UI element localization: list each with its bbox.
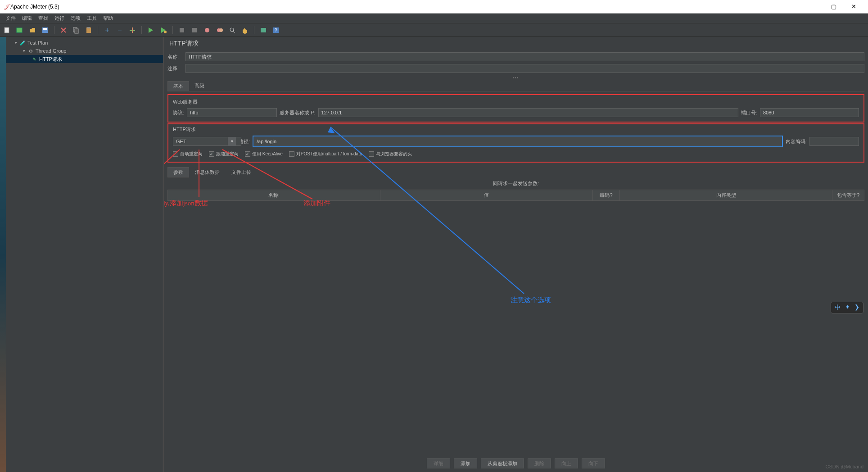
- protocol-input[interactable]: [187, 108, 277, 117]
- svg-rect-3: [43, 28, 47, 30]
- float-tool-3[interactable]: ❯: [854, 304, 859, 312]
- host-label: 服务器名称或IP:: [280, 109, 315, 116]
- name-label: 名称:: [167, 54, 183, 60]
- cb-label: 与浏览器兼容的头: [376, 151, 412, 157]
- new-icon[interactable]: [3, 26, 12, 35]
- float-tool-2[interactable]: ✦: [845, 304, 850, 312]
- stop-icon[interactable]: [177, 26, 186, 35]
- detail-button[interactable]: 详细: [427, 458, 450, 468]
- menu-edit[interactable]: 编辑: [19, 15, 35, 22]
- web-legend: Web服务器: [173, 99, 859, 105]
- shutdown-icon[interactable]: [190, 26, 199, 35]
- delete-button[interactable]: 删除: [528, 458, 551, 468]
- menu-file[interactable]: 文件: [3, 15, 19, 22]
- up-button[interactable]: 向上: [555, 458, 578, 468]
- col-encode: 编码?: [593, 190, 620, 200]
- floating-toolbar[interactable]: 中 ✦ ❯: [831, 302, 863, 313]
- caret-icon: ▾: [15, 41, 19, 45]
- cut-icon[interactable]: [59, 26, 68, 35]
- tree-thread-group[interactable]: ▾ ⚙ Thread Group: [6, 47, 163, 55]
- window-title: Apache JMeter (5.3): [10, 4, 804, 10]
- start-no-timers-icon[interactable]: [159, 26, 168, 35]
- grid-caption: 同请求一起发送参数:: [167, 177, 864, 190]
- svg-point-14: [230, 28, 234, 32]
- panel-title: HTTP请求: [167, 37, 864, 52]
- templates-icon[interactable]: [15, 26, 24, 35]
- float-tool-1[interactable]: 中: [835, 304, 841, 312]
- open-icon[interactable]: [28, 26, 37, 35]
- tab-basic[interactable]: 基本: [167, 81, 189, 91]
- name-input[interactable]: [185, 52, 864, 61]
- down-button[interactable]: 向下: [582, 458, 605, 468]
- svg-rect-9: [180, 28, 184, 32]
- enc-input[interactable]: [809, 137, 859, 146]
- search-icon[interactable]: [228, 26, 237, 35]
- protocol-label: 协议:: [173, 109, 184, 116]
- tab-advanced[interactable]: 高级: [189, 81, 210, 91]
- paste-icon[interactable]: [84, 26, 93, 35]
- cb-label: 对POST使用multipart / form-data: [296, 151, 362, 157]
- tree-http-request[interactable]: ✎ HTTP请求: [6, 55, 163, 63]
- menu-options[interactable]: 选项: [68, 15, 84, 22]
- function-helper-icon[interactable]: [259, 26, 268, 35]
- cb-follow-redirect[interactable]: ✓: [209, 151, 214, 157]
- host-input[interactable]: [318, 108, 738, 117]
- cb-label: 自动重定向: [180, 151, 203, 157]
- cb-auto-redirect[interactable]: [173, 151, 178, 157]
- gear-icon: ⚙: [27, 48, 34, 54]
- menu-help[interactable]: 帮助: [100, 15, 116, 22]
- menu-tools[interactable]: 工具: [84, 15, 100, 22]
- tab-file-upload[interactable]: 文件上传: [226, 167, 257, 177]
- cb-label: 跟随重定向: [216, 151, 239, 157]
- svg-point-11: [205, 28, 209, 32]
- clear-all-icon[interactable]: [215, 26, 224, 35]
- port-input[interactable]: [760, 108, 859, 117]
- enc-label: 内容编码:: [786, 138, 807, 145]
- tab-body-data[interactable]: 消息体数据: [189, 167, 226, 177]
- app-icon: 𝒥: [5, 3, 8, 10]
- dropdown-icon[interactable]: ▼: [228, 137, 236, 146]
- web-server-group: Web服务器 协议: 服务器名称或IP: 端口号:: [167, 94, 864, 123]
- svg-point-8: [164, 31, 167, 33]
- cb-multipart[interactable]: [289, 151, 294, 157]
- tree-label: HTTP请求: [39, 56, 62, 63]
- copy-icon[interactable]: [72, 26, 81, 35]
- cb-keepalive[interactable]: ✓: [245, 151, 250, 157]
- annot-notice: 注意这个选项: [511, 296, 551, 304]
- maximize-button[interactable]: ▢: [824, 3, 844, 10]
- menubar: 文件 编辑 查找 运行 选项 工具 帮助: [0, 14, 868, 23]
- http-request-group: HTTP请求 ▼ 路径: 内容编码: 自动重定向 ✓跟随重定向: [167, 123, 864, 163]
- clear-icon[interactable]: [203, 26, 212, 35]
- tab-params[interactable]: 参数: [167, 167, 189, 177]
- tree-test-plan[interactable]: ▾ 🧪 Test Plan: [6, 39, 163, 47]
- toggle-icon[interactable]: [128, 26, 137, 35]
- expand-icon[interactable]: +: [103, 26, 112, 35]
- add-button[interactable]: 添加: [454, 458, 477, 468]
- watermark: CSDN @Mcband: [825, 464, 863, 469]
- paste-button[interactable]: 从剪贴板添加: [481, 458, 524, 468]
- close-button[interactable]: ✕: [844, 3, 863, 10]
- flask-icon: 🧪: [19, 40, 26, 46]
- svg-rect-1: [17, 28, 22, 32]
- menu-search[interactable]: 查找: [35, 15, 51, 22]
- cb-label: 使用 KeepAlive: [252, 151, 283, 157]
- titlebar: 𝒥 Apache JMeter (5.3) — ▢ ✕: [0, 0, 868, 14]
- pipette-icon: ✎: [31, 56, 37, 62]
- col-equals: 包含等于?: [832, 190, 864, 200]
- save-icon[interactable]: [41, 26, 50, 35]
- help-icon[interactable]: ?: [271, 26, 280, 35]
- minimize-button[interactable]: —: [804, 3, 824, 10]
- resize-grip[interactable]: ▪▪▪: [167, 76, 864, 80]
- reset-search-icon[interactable]: [240, 26, 249, 35]
- col-name: 名称:: [168, 190, 380, 200]
- tree-label: Thread Group: [36, 48, 66, 54]
- svg-rect-5: [75, 29, 78, 33]
- path-input[interactable]: [254, 137, 782, 146]
- content-panel: HTTP请求 名称: 注释: ▪▪▪ 基本 高级 Web服务器 协议:: [163, 37, 868, 472]
- cb-browser-compat[interactable]: [369, 151, 374, 157]
- start-icon[interactable]: [146, 26, 155, 35]
- caret-icon: ▾: [23, 49, 27, 53]
- menu-run[interactable]: 运行: [51, 15, 68, 22]
- collapse-icon[interactable]: −: [115, 26, 124, 35]
- comment-input[interactable]: [185, 64, 864, 73]
